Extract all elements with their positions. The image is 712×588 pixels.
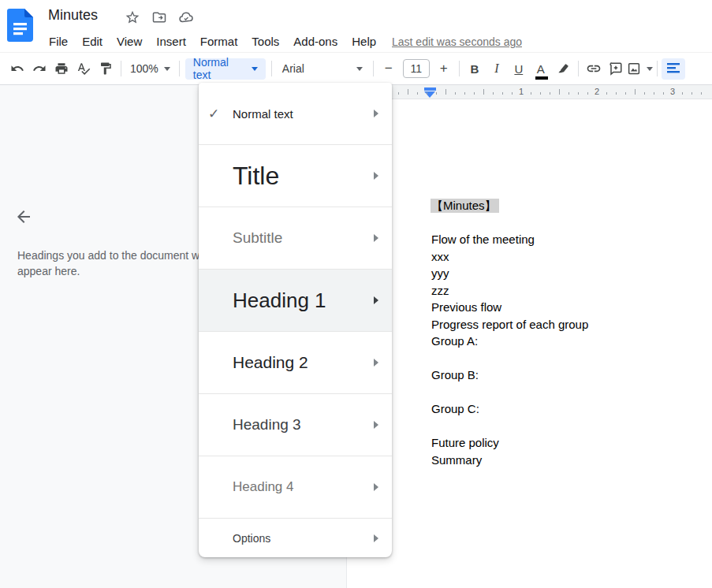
doc-line[interactable]: Previous flow (431, 299, 707, 316)
underline-button[interactable]: U (508, 58, 530, 80)
ruler[interactable]: 123 (348, 85, 712, 99)
font-selector[interactable]: Arial (276, 58, 369, 80)
doc-line[interactable]: Group C: (431, 400, 707, 418)
doc-line[interactable]: 【Minutes】 (431, 197, 707, 214)
menu-bar: FileEditViewInsertFormatToolsAdd-onsHelp (42, 32, 383, 51)
menu-tools[interactable]: Tools (244, 32, 286, 51)
doc-line[interactable]: Progress report of each group (431, 316, 707, 333)
style-menu-item-label: Normal text (233, 107, 293, 121)
style-menu-item-heading-1[interactable]: Heading 1 (199, 269, 392, 331)
ruler-number: 2 (595, 87, 599, 96)
bold-button[interactable]: B (464, 58, 486, 80)
star-icon[interactable] (125, 9, 140, 25)
doc-line[interactable]: Future policy (431, 434, 707, 452)
menu-view[interactable]: View (110, 32, 149, 51)
ruler-tick (701, 92, 702, 95)
last-edit-link[interactable]: Last edit was seconds ago (392, 32, 522, 51)
style-menu-item-heading-2[interactable]: Heading 2 (199, 331, 392, 393)
italic-button[interactable]: I (486, 58, 508, 80)
menu-file[interactable]: File (42, 32, 75, 51)
menu-edit[interactable]: Edit (75, 32, 110, 51)
ruler-tick (587, 92, 588, 95)
cloud-saved-icon[interactable] (178, 9, 194, 25)
google-docs-window: Minutes FileEditViewInsertFormatToolsAdd… (0, 0, 712, 588)
style-menu-item-title[interactable]: Title (199, 144, 392, 207)
ruler-number: 3 (670, 87, 675, 96)
check-icon: ✓ (208, 106, 219, 122)
doc-line[interactable]: Group A: (431, 333, 707, 350)
ruler-tick (531, 92, 531, 95)
toolbar-divider (179, 61, 180, 76)
paragraph-style-menu: ✓Normal textTitleSubtitleHeading 1Headin… (199, 83, 392, 557)
doc-line[interactable] (431, 214, 707, 232)
print-button[interactable] (50, 58, 73, 80)
move-folder-icon[interactable] (151, 9, 167, 25)
toolbar-divider (657, 61, 658, 76)
doc-line-text: xxx (431, 250, 449, 263)
chevron-down-icon (252, 67, 258, 71)
doc-line-text: Previous flow (431, 300, 501, 314)
doc-line-text (431, 352, 434, 365)
style-menu-item-options[interactable]: Options (199, 518, 392, 557)
doc-line[interactable]: Group B: (431, 367, 707, 384)
style-menu-item-label: Heading 3 (233, 416, 301, 434)
insert-image-button[interactable] (627, 58, 653, 80)
document-page[interactable]: 123 【Minutes】 Flow of the meetingxxxyyyz… (348, 85, 712, 588)
insert-link-button[interactable] (583, 58, 605, 80)
menu-addons[interactable]: Add-ons (286, 32, 345, 51)
ruler-tick (427, 92, 427, 95)
ruler-tick (635, 89, 636, 95)
doc-line-text: zzz (431, 284, 449, 297)
paragraph-style-selector[interactable]: Normal text (185, 58, 266, 80)
menu-format[interactable]: Format (193, 32, 245, 51)
style-menu-item-subtitle[interactable]: Subtitle (199, 207, 392, 269)
ruler-tick (663, 92, 664, 95)
increase-font-size-button[interactable]: + (433, 58, 455, 80)
doc-line[interactable]: zzz (431, 282, 707, 300)
doc-line[interactable] (431, 350, 707, 367)
menu-help[interactable]: Help (345, 32, 383, 51)
document-text[interactable]: 【Minutes】 Flow of the meetingxxxyyyzzzPr… (431, 197, 707, 468)
document-title[interactable]: Minutes (48, 7, 98, 24)
submenu-arrow-icon (374, 483, 378, 491)
doc-line[interactable]: Summary (431, 452, 707, 469)
font-size-input[interactable]: 11 (403, 59, 430, 78)
undo-button[interactable] (6, 58, 28, 80)
zoom-selector[interactable]: 100% (125, 58, 175, 80)
submenu-arrow-icon (374, 110, 378, 117)
doc-line-text: Progress report of each group (431, 318, 588, 331)
close-outline-icon[interactable] (14, 207, 33, 226)
ruler-tick (464, 92, 465, 95)
ruler-tick (559, 89, 560, 95)
ruler-tick (398, 92, 399, 95)
doc-line-text (431, 216, 434, 229)
decrease-font-size-button[interactable]: − (378, 58, 400, 80)
submenu-arrow-icon (374, 421, 378, 429)
doc-line[interactable] (431, 384, 707, 401)
toolbar-divider (578, 61, 579, 76)
doc-line[interactable] (431, 418, 707, 435)
docs-logo-icon[interactable] (7, 9, 33, 42)
ruler-tick (417, 92, 418, 95)
style-menu-item-normal-text[interactable]: ✓Normal text (199, 83, 392, 144)
doc-line-text: Group B: (431, 368, 479, 381)
style-menu-item-heading-4[interactable]: Heading 4 (199, 456, 392, 518)
style-menu-item-label: Options (233, 532, 270, 545)
ruler-tick (568, 92, 569, 95)
ruler-tick (493, 92, 494, 95)
text-color-button[interactable]: A (530, 58, 552, 80)
highlight-color-button[interactable] (552, 58, 574, 80)
doc-line-text: Future policy (431, 436, 499, 449)
redo-button[interactable] (28, 58, 50, 80)
add-comment-button[interactable] (605, 58, 627, 80)
spellcheck-button[interactable] (73, 58, 95, 80)
ruler-tick (654, 92, 654, 95)
style-menu-item-heading-3[interactable]: Heading 3 (199, 393, 392, 456)
doc-line[interactable]: yyy (431, 265, 707, 282)
doc-line[interactable]: xxx (431, 248, 707, 266)
paint-format-button[interactable] (95, 58, 117, 80)
doc-line[interactable]: Flow of the meeting (431, 231, 707, 248)
ruler-tick (691, 92, 692, 95)
align-left-button[interactable] (662, 58, 685, 80)
menu-insert[interactable]: Insert (149, 32, 193, 51)
